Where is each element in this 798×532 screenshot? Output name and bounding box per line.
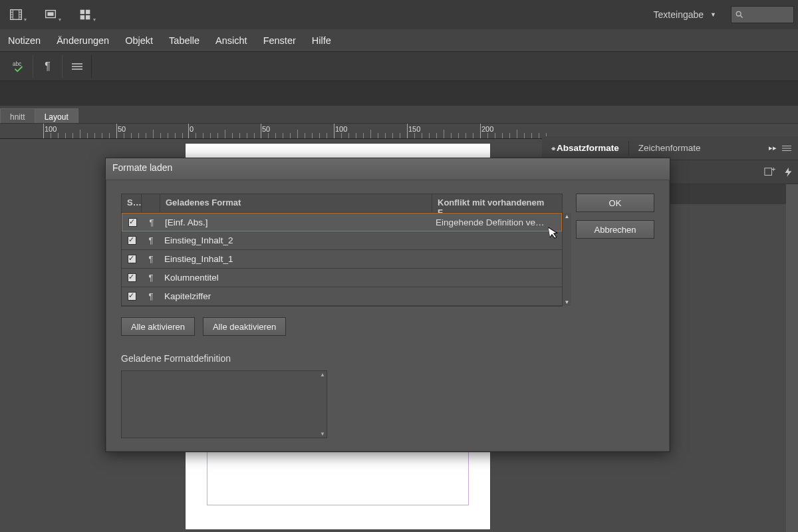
toolbar-gap (0, 81, 798, 106)
ruler-label: 0 (190, 125, 194, 133)
chevron-down-icon: ▼ (710, 11, 716, 18)
flash-icon[interactable] (783, 167, 793, 178)
col-check[interactable]: S… (122, 194, 142, 212)
grid-icon (78, 7, 92, 22)
checkbox[interactable] (128, 273, 136, 282)
menu-tabelle[interactable]: Tabelle (161, 29, 207, 51)
ruler-label: 50 (262, 125, 270, 133)
arrange-button[interactable]: ▾ (73, 4, 97, 25)
menu-bar: Notizen Änderungen Objekt Tabelle Ansich… (0, 29, 798, 52)
tab-absatzformate[interactable]: Absatzformate (542, 136, 628, 160)
svg-line-16 (740, 15, 742, 17)
definition-box: ▲ ▼ (121, 370, 327, 438)
conflict-cell: Eingehende Definition ve… (432, 217, 561, 227)
menu-ansicht[interactable]: Ansicht (207, 29, 255, 51)
film-icon (9, 7, 23, 22)
table-row[interactable]: ¶Kolumnentitel (122, 269, 562, 287)
ruler-label: 100 (335, 125, 347, 133)
pilcrow-icon: ¶ (45, 61, 51, 72)
table-row[interactable]: ¶Einstieg_Inhalt_2 (122, 231, 562, 250)
spellcheck-button[interactable]: abc (4, 55, 33, 78)
hamburger-icon (72, 63, 82, 70)
table-row[interactable]: ¶Kapitelziffer (122, 287, 562, 306)
menu-fenster[interactable]: Fenster (255, 29, 304, 51)
svg-marker-27 (785, 167, 792, 176)
workspace-label: Texteingabe (654, 9, 704, 20)
ok-button[interactable]: OK (576, 194, 654, 212)
col-type[interactable] (142, 194, 160, 212)
svg-rect-13 (80, 15, 84, 19)
pilcrow-icon: ¶ (142, 291, 160, 301)
ruler-label: 150 (408, 125, 420, 133)
definition-label: Geladene Formatdefinition (121, 353, 563, 364)
col-conflict[interactable]: Konflikt mit vorhandenem F… (432, 194, 562, 212)
tab-zeichenformate[interactable]: Zeichenformate (629, 136, 710, 160)
dialog-title: Formate laden (106, 158, 670, 180)
ruler-label: 50 (118, 125, 126, 133)
scroll-up-icon[interactable]: ▲ (320, 372, 325, 378)
checkbox[interactable] (128, 236, 136, 245)
chevron-down-icon: ▾ (24, 17, 27, 23)
checkbox[interactable] (128, 292, 136, 301)
screen-mode-button[interactable]: ▾ (39, 4, 63, 25)
screen-icon (43, 7, 58, 22)
hamburger-icon[interactable] (782, 144, 791, 152)
pilcrow-icon: ¶ (142, 273, 160, 283)
svg-rect-14 (86, 15, 90, 19)
menu-objekt[interactable]: Objekt (117, 29, 161, 51)
svg-rect-24 (765, 168, 772, 175)
pilcrow-button[interactable]: ¶ (33, 55, 63, 78)
panel-scrollbar[interactable] (786, 184, 798, 532)
menu-notizen[interactable]: Notizen (0, 29, 49, 51)
doc-tab-layout[interactable]: Layout (35, 108, 78, 123)
pilcrow-icon: ¶ (142, 254, 160, 264)
doc-tab-schnitt[interactable]: hnitt (0, 108, 35, 123)
collapse-icon[interactable]: ▸▸ (769, 144, 777, 152)
search-icon (734, 9, 745, 20)
checkbox[interactable] (128, 218, 137, 227)
menu-aenderungen[interactable]: Änderungen (49, 29, 117, 51)
view-options-button[interactable]: ▾ (4, 4, 28, 25)
chevron-down-icon: ▾ (93, 17, 96, 23)
menu-hilfe[interactable]: Hilfe (304, 29, 339, 51)
table-scrollbar[interactable]: ▲▼ (563, 213, 571, 306)
abc-check-icon: abc (11, 60, 26, 73)
table-row[interactable]: ¶Einstieg_Inhalt_1 (122, 250, 562, 269)
chevron-down-icon: ▾ (59, 17, 61, 23)
app-toolbar: ▾ ▾ ▾ Texteingabe ▼ (0, 0, 798, 29)
style-name: Einstieg_Inhalt_1 (160, 254, 432, 264)
style-name: [Einf. Abs.] (161, 217, 432, 227)
pilcrow-icon: ¶ (142, 217, 161, 227)
scroll-down-icon[interactable]: ▼ (320, 431, 325, 437)
col-name[interactable]: Geladenes Format (160, 194, 432, 212)
svg-point-15 (736, 11, 741, 16)
workspace-dropdown[interactable]: Texteingabe ▼ (648, 7, 722, 23)
new-style-icon[interactable] (763, 167, 775, 178)
svg-rect-10 (47, 12, 53, 15)
load-styles-dialog: Formate laden S… Geladenes Format Konfli… (105, 158, 670, 452)
cancel-button[interactable]: Abbrechen (576, 220, 654, 239)
search-input[interactable] (731, 6, 794, 23)
ruler-label: 100 (45, 125, 57, 133)
svg-rect-12 (86, 10, 90, 14)
style-name: Kolumnentitel (160, 273, 432, 283)
panel-menu-button[interactable] (63, 55, 92, 78)
style-name: Einstieg_Inhalt_2 (160, 235, 432, 245)
control-panel: abc ¶ (0, 52, 798, 81)
styles-table: S… Geladenes Format Konflikt mit vorhand… (121, 194, 563, 307)
deactivate-all-button[interactable]: Alle deaktivieren (203, 317, 286, 336)
ruler-label: 200 (481, 125, 493, 133)
table-row[interactable]: ¶[Einf. Abs.]Eingehende Definition ve… (122, 213, 562, 231)
style-name: Kapitelziffer (160, 291, 432, 301)
checkbox[interactable] (128, 255, 136, 263)
svg-text:abc: abc (12, 61, 21, 67)
document-tabs: hnitt Layout (0, 106, 798, 123)
activate-all-button[interactable]: Alle aktivieren (121, 317, 195, 336)
svg-rect-11 (80, 10, 84, 14)
pilcrow-icon: ¶ (142, 235, 160, 245)
